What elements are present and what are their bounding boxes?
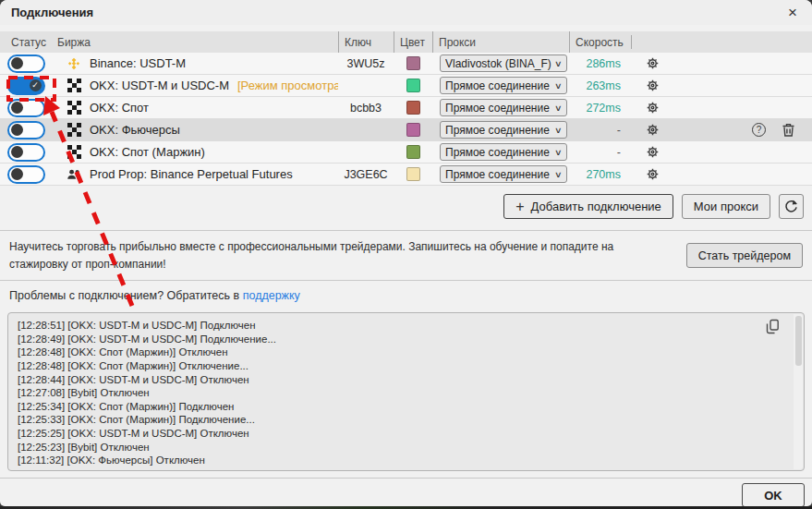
- api-key: bcbb3: [338, 102, 394, 115]
- refresh-icon: [783, 199, 799, 214]
- color-swatch[interactable]: [406, 167, 420, 181]
- proxy-select[interactable]: Прямое соединение∨: [440, 143, 567, 161]
- log-lines: [12:28:51] [OKX: USDT-M и USDC-M] Подклю…: [18, 319, 783, 467]
- log-scrollbar[interactable]: [794, 314, 803, 469]
- log-line: [12:28:48] [OKX: Спот (Маржин)] Отключен: [18, 345, 783, 359]
- speed-value: 286ms: [569, 57, 632, 70]
- gear-icon[interactable]: [645, 55, 661, 71]
- log-line: [12:25:34] [OKX: Спот (Маржин)] Подключе…: [18, 400, 783, 414]
- log-line: [12:11:32] [OKX: Фьючерсы] Отключен: [18, 454, 783, 467]
- chevron-down-icon: ∨: [554, 81, 563, 91]
- speed-value: 270ms: [569, 168, 632, 181]
- gear-icon[interactable]: [645, 144, 661, 160]
- log-line: [12:28:48] [OKX: Спот (Маржин)] Отключен…: [18, 359, 783, 373]
- chevron-down-icon: ∨: [554, 59, 563, 68]
- binance-icon: [67, 56, 81, 71]
- color-swatch[interactable]: [406, 101, 420, 115]
- connection-toggle[interactable]: [7, 55, 45, 73]
- speed-value: 272ms: [569, 102, 632, 115]
- log-line: [12:27:08] [Bybit] Отключен: [18, 386, 783, 400]
- color-swatch[interactable]: [406, 79, 420, 92]
- people-icon: [67, 167, 81, 182]
- plus-icon: +: [515, 200, 524, 214]
- copy-icon[interactable]: [766, 319, 780, 334]
- header-exchange: Биржа: [52, 31, 338, 53]
- proxy-select[interactable]: Прямое соединение∨: [440, 165, 567, 183]
- chevron-down-icon: ∨: [554, 103, 563, 113]
- api-key: J3GE6C: [338, 168, 394, 181]
- table-row: Binance: USDT-M 3WU5z Vladivostok (BINA_…: [0, 53, 812, 75]
- gear-icon[interactable]: [645, 122, 661, 138]
- speed-value: -: [569, 124, 632, 137]
- help-icon[interactable]: ?: [752, 123, 766, 137]
- actions-bar: + Добавить подключение Мои прокси: [0, 194, 812, 219]
- log-line: [12:28:49] [OKX: USDT-M и USDC-M] Подклю…: [18, 333, 783, 346]
- become-trader-button[interactable]: Стать трейдером: [686, 243, 803, 268]
- okx-icon: [67, 79, 81, 93]
- close-icon[interactable]: ×: [784, 5, 801, 20]
- header-key: Ключ: [338, 31, 394, 53]
- refresh-button[interactable]: [779, 194, 804, 219]
- proxy-select[interactable]: Vladivostok (BINA_F)∨: [440, 55, 567, 72]
- connection-toggle[interactable]: [7, 165, 45, 184]
- my-proxies-button[interactable]: Мои прокси: [682, 194, 770, 219]
- log-line: [12:25:25] [OKX: USDT-M и USDC-M] Отключ…: [18, 427, 783, 441]
- connection-toggle[interactable]: ✓: [7, 77, 45, 95]
- view-mode-badge: [Режим просмотра]: [237, 79, 338, 92]
- header-status: Статус: [0, 31, 52, 53]
- api-key: 3WU5z: [338, 57, 394, 70]
- dialog-footer: OK: [0, 478, 812, 506]
- connection-toggle[interactable]: [7, 143, 45, 162]
- header-color: Цвет: [394, 31, 432, 53]
- okx-icon: [67, 123, 81, 138]
- table-row: Prod Prop: Binance Perpetual Futures J3G…: [0, 164, 812, 186]
- exchange-name: OKX: USDT-M и USDC-M: [90, 79, 229, 92]
- table-row: OKX: Фьючерсы Прямое соединение∨ - ?: [0, 119, 812, 141]
- proxy-select[interactable]: Прямое соединение∨: [440, 121, 567, 139]
- table-header: Статус Биржа Ключ Цвет Прокси Скорость: [0, 31, 812, 53]
- okx-icon: [67, 145, 81, 160]
- log-line: [12:25:33] [OKX: Спот (Маржин)] Подключе…: [18, 413, 783, 427]
- table-row: OKX: Спот (Маржин) Прямое соединение∨ -: [0, 141, 812, 164]
- promo-text: Научитесь торговать прибыльно вместе с п…: [9, 238, 673, 273]
- support-line: Проблемы с подключением? Обратитесь в по…: [0, 281, 812, 306]
- color-swatch[interactable]: [406, 56, 420, 70]
- table-row: ✓ OKX: USDT-M и USDC-M [Режим просмотра]…: [0, 75, 812, 97]
- speed-value: 263ms: [569, 79, 632, 92]
- connection-log[interactable]: [12:28:51] [OKX: USDT-M и USDC-M] Подклю…: [7, 312, 805, 471]
- check-icon: ✓: [31, 81, 39, 90]
- exchange-name: OKX: Фьючерсы: [90, 123, 180, 137]
- color-swatch[interactable]: [406, 145, 420, 159]
- chevron-down-icon: ∨: [554, 126, 563, 135]
- exchange-name: OKX: Спот (Маржин): [90, 145, 205, 159]
- proxy-select[interactable]: Прямое соединение∨: [440, 99, 567, 116]
- speed-value: -: [569, 146, 632, 159]
- trash-icon[interactable]: [782, 123, 795, 138]
- header-proxy: Прокси: [432, 31, 569, 53]
- promo-banner: Научитесь торговать прибыльно вместе с п…: [0, 231, 812, 278]
- dialog-titlebar: Подключения ×: [0, 0, 812, 25]
- connection-toggle[interactable]: [7, 99, 45, 117]
- okx-icon: [67, 101, 81, 115]
- log-line: [12:28:44] [OKX: USDT-M и USDC-M] Отключ…: [18, 373, 783, 387]
- exchange-name: Prod Prop: Binance Perpetual Futures: [90, 167, 293, 181]
- gear-icon[interactable]: [645, 166, 661, 182]
- gear-icon[interactable]: [645, 100, 661, 115]
- proxy-select[interactable]: Прямое соединение∨: [440, 77, 567, 94]
- exchange-name: Binance: USDT-M: [90, 56, 186, 70]
- add-connection-button[interactable]: + Добавить подключение: [503, 194, 673, 219]
- connections-dialog: Подключения × Статус Биржа Ключ Цвет Про…: [0, 0, 812, 506]
- table-row: OKX: Спот bcbb3 Прямое соединение∨ 272ms: [0, 97, 812, 119]
- chevron-down-icon: ∨: [554, 170, 563, 179]
- log-line: [12:25:23] [Bybit] Отключен: [18, 441, 783, 454]
- dialog-title: Подключения: [11, 6, 784, 19]
- header-speed: Скорость: [569, 31, 632, 53]
- ok-button[interactable]: OK: [742, 483, 805, 506]
- exchange-name: OKX: Спот: [90, 101, 149, 115]
- chevron-down-icon: ∨: [554, 148, 563, 157]
- support-link[interactable]: поддержку: [243, 289, 300, 302]
- gear-icon[interactable]: [645, 78, 661, 93]
- log-line: [12:28:51] [OKX: USDT-M и USDC-M] Подклю…: [18, 319, 783, 333]
- connection-toggle[interactable]: [7, 121, 45, 139]
- color-swatch[interactable]: [406, 123, 420, 137]
